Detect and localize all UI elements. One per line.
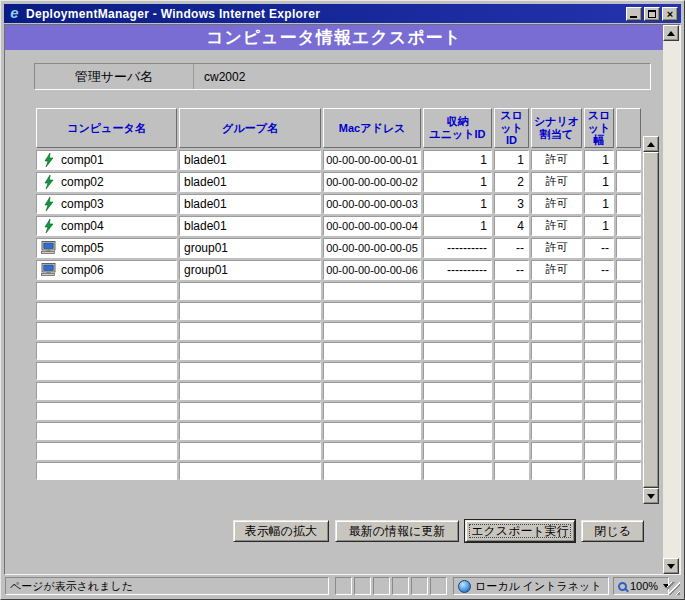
cell-slot-id: 3 xyxy=(494,194,529,214)
expand-width-button[interactable]: 表示幅の拡大 xyxy=(233,520,329,542)
cell-scenario: 許可 xyxy=(531,194,582,214)
empty-table-row xyxy=(36,282,641,300)
cell-slot-id: -- xyxy=(494,238,529,258)
cell-unit-id: 1 xyxy=(423,194,492,214)
blade-server-icon xyxy=(41,153,57,167)
cell-slot-width: 1 xyxy=(584,172,614,192)
page-title: コンピュータ情報エクスポート xyxy=(206,26,462,49)
security-zone-label: ローカル イントラネット xyxy=(475,579,602,594)
page-scrollbar[interactable] xyxy=(663,25,680,574)
computer-icon xyxy=(41,263,57,277)
cell-slot-id: -- xyxy=(494,260,529,280)
cell-computer-name: comp05 xyxy=(36,238,177,258)
cell-unit-id: 1 xyxy=(423,172,492,192)
cell-filler xyxy=(616,216,641,236)
status-panel xyxy=(430,577,447,595)
status-panel xyxy=(411,577,428,595)
cell-filler xyxy=(616,172,641,192)
table-scrollbar[interactable] xyxy=(643,136,659,504)
table-scroll-down-button[interactable] xyxy=(643,488,659,504)
cell-group-name: blade01 xyxy=(179,172,321,192)
empty-table-row xyxy=(36,462,641,480)
computer-table: コンピュータ名 グループ名 Macアドレス 収納 ユニットID スロット ID … xyxy=(34,106,659,504)
cell-scenario: 許可 xyxy=(531,238,582,258)
table-scroll-up-button[interactable] xyxy=(643,136,659,152)
page-scroll-down-button[interactable] xyxy=(663,558,679,574)
cell-unit-id: ---------- xyxy=(423,238,492,258)
cell-group-name: group01 xyxy=(179,238,321,258)
cell-filler xyxy=(616,260,641,280)
table-row: comp02 blade01 00-00-00-00-00-02 1 2 許可 … xyxy=(36,172,641,192)
empty-table-row xyxy=(36,402,641,420)
server-name-box: 管理サーバ名 cw2002 xyxy=(34,63,651,90)
action-button-row: 表示幅の拡大 最新の情報に更新 エクスポート実行 閉じる xyxy=(233,520,644,542)
table-scrollbar-thumb[interactable] xyxy=(643,152,659,488)
blade-server-icon xyxy=(41,219,57,233)
col-header-filler xyxy=(616,108,641,148)
empty-table-row xyxy=(36,302,641,320)
col-header-slot-width: スロット 幅 xyxy=(584,108,614,148)
table-row: comp04 blade01 00-00-00-00-00-04 1 4 許可 … xyxy=(36,216,641,236)
server-name-value: cw2002 xyxy=(194,64,650,89)
cell-computer-name: comp02 xyxy=(36,172,177,192)
cell-slot-width: -- xyxy=(584,238,614,258)
cell-slot-id: 1 xyxy=(494,150,529,170)
empty-table-row xyxy=(36,422,641,440)
cell-mac-address: 00-00-00-00-00-05 xyxy=(323,238,421,258)
resize-grip[interactable] xyxy=(667,582,680,595)
status-bar: ページが表示されました ローカル イントラネット 100% xyxy=(4,576,681,596)
blade-server-icon xyxy=(41,175,57,189)
col-header-unit-id: 収納 ユニットID xyxy=(423,108,492,148)
cell-computer-name: comp03 xyxy=(36,194,177,214)
minimize-icon xyxy=(630,16,637,18)
export-button[interactable]: エクスポート実行 xyxy=(465,520,575,542)
cell-group-name: blade01 xyxy=(179,216,321,236)
page-scroll-up-button[interactable] xyxy=(663,25,679,41)
cell-mac-address: 00-00-00-00-00-03 xyxy=(323,194,421,214)
cell-group-name: group01 xyxy=(179,260,321,280)
cell-mac-address: 00-00-00-00-00-06 xyxy=(323,260,421,280)
server-name-label: 管理サーバ名 xyxy=(35,64,194,89)
table-row: comp03 blade01 00-00-00-00-00-03 1 3 許可 … xyxy=(36,194,641,214)
col-header-computer-name: コンピュータ名 xyxy=(36,108,177,148)
minimize-button[interactable] xyxy=(626,7,642,21)
maximize-button[interactable] xyxy=(644,7,660,21)
ie-logo-icon: e xyxy=(7,6,22,21)
browser-content-frame: コンピュータ情報エクスポート 管理サーバ名 cw2002 コンピュータ名 xyxy=(4,24,681,575)
table-row: comp06 group01 00-00-00-00-00-06 -------… xyxy=(36,260,641,280)
col-header-mac-address: Macアドレス xyxy=(323,108,421,148)
table-row: comp05 group01 00-00-00-00-00-05 -------… xyxy=(36,238,641,258)
close-button[interactable]: × xyxy=(662,7,678,21)
cell-computer-name: comp06 xyxy=(36,260,177,280)
window-title: DeploymentManager - Windows Internet Exp… xyxy=(26,7,626,21)
empty-table-row xyxy=(36,362,641,380)
table-row: comp01 blade01 00-00-00-00-00-01 1 1 許可 … xyxy=(36,150,641,170)
cell-scenario: 許可 xyxy=(531,260,582,280)
cell-slot-width: 1 xyxy=(584,150,614,170)
zoom-control[interactable]: 100% xyxy=(613,577,669,595)
close-dialog-button[interactable]: 閉じる xyxy=(581,520,644,542)
cell-filler xyxy=(616,150,641,170)
close-icon: × xyxy=(663,8,677,20)
browser-window: e DeploymentManager - Windows Internet E… xyxy=(0,0,685,600)
empty-table-row xyxy=(36,442,641,460)
empty-table-row xyxy=(36,322,641,340)
cell-mac-address: 00-00-00-00-00-04 xyxy=(323,216,421,236)
magnifier-icon xyxy=(618,582,627,591)
empty-table-row xyxy=(36,342,641,360)
zoom-level: 100% xyxy=(630,580,658,592)
status-panel xyxy=(392,577,409,595)
status-message: ページが表示されました xyxy=(5,577,329,595)
table-header-row: コンピュータ名 グループ名 Macアドレス 収納 ユニットID スロット ID … xyxy=(36,108,641,148)
computer-icon xyxy=(41,241,57,255)
cell-computer-name: comp01 xyxy=(36,150,177,170)
cell-group-name: blade01 xyxy=(179,194,321,214)
page-scrollbar-track[interactable] xyxy=(663,41,680,558)
arrow-up-icon xyxy=(667,31,675,36)
page-title-banner: コンピュータ情報エクスポート xyxy=(5,25,663,50)
cell-filler xyxy=(616,194,641,214)
globe-icon xyxy=(458,580,471,593)
cell-group-name: blade01 xyxy=(179,150,321,170)
arrow-down-icon xyxy=(647,494,655,499)
refresh-button[interactable]: 最新の情報に更新 xyxy=(335,520,459,542)
